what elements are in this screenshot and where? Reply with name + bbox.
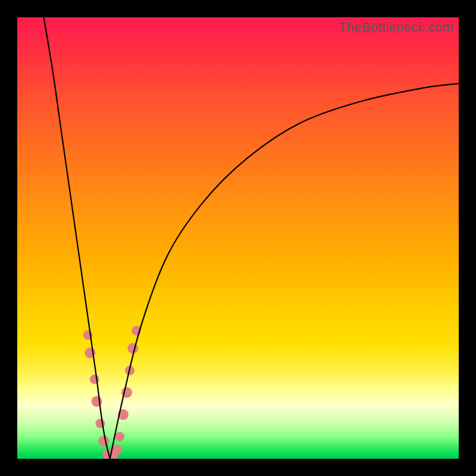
data-point-dot — [98, 436, 109, 446]
curve-left-branch — [44, 17, 110, 459]
curve-right-branch — [110, 83, 459, 459]
chart-frame: TheBottleneck.com — [0, 0, 476, 476]
curve-svg — [17, 17, 459, 459]
plot-area: TheBottleneck.com — [17, 17, 459, 459]
data-point-dot — [127, 343, 138, 354]
watermark-text: TheBottleneck.com — [339, 20, 454, 35]
data-point-dot — [115, 432, 124, 441]
data-point-dot — [90, 374, 99, 384]
